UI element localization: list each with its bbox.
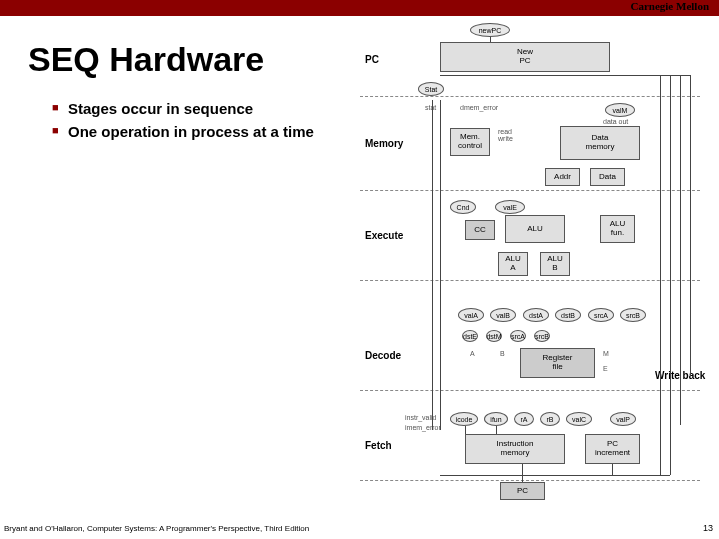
wire xyxy=(490,37,491,42)
stage-label-decode: Decode xyxy=(365,350,401,361)
stage-separator xyxy=(360,96,700,97)
read-write-label: read write xyxy=(498,128,513,142)
wire xyxy=(660,75,661,475)
wire xyxy=(440,475,670,476)
stat-label: stat xyxy=(425,104,436,111)
page-number: 13 xyxy=(703,523,713,533)
dste-small: dstE xyxy=(462,330,478,342)
port-a: A xyxy=(470,350,475,357)
instruction-memory-block: Instruction memory xyxy=(465,434,565,464)
dstb-oval: dstB xyxy=(555,308,581,322)
alu-fun-block: ALU fun. xyxy=(600,215,635,243)
stage-label-pc: PC xyxy=(365,54,379,65)
register-file-block: Register file xyxy=(520,348,595,378)
srca-small: srcA xyxy=(510,330,526,342)
icode-oval: icode xyxy=(450,412,478,426)
cnd-oval: Cnd xyxy=(450,200,476,214)
srca-oval: srcA xyxy=(588,308,614,322)
slide-title: SEQ Hardware xyxy=(28,40,264,79)
alu-a-block: ALU A xyxy=(498,252,528,276)
vale-oval: valE xyxy=(495,200,525,214)
wire xyxy=(432,100,433,430)
bullet-item: One operation in process at a time xyxy=(52,123,332,140)
stage-separator xyxy=(360,480,700,481)
port-m: M xyxy=(603,350,609,357)
dsta-oval: dstA xyxy=(523,308,549,322)
srcb-oval: srcB xyxy=(620,308,646,322)
brand-label: Carnegie Mellon xyxy=(630,0,709,12)
newpc-oval: newPC xyxy=(470,23,510,37)
stage-separator xyxy=(360,280,700,281)
imem-error-label: imem_error xyxy=(405,424,441,431)
wire xyxy=(440,100,441,430)
mem-control-block: Mem. control xyxy=(450,128,490,156)
seq-hardware-diagram: PC Memory Execute Decode Write back Fetc… xyxy=(350,20,710,510)
wire xyxy=(496,426,497,434)
stage-separator xyxy=(360,390,700,391)
pc-register-block: PC xyxy=(500,482,545,500)
stage-label-execute: Execute xyxy=(365,230,403,241)
data-out-label: data out xyxy=(603,118,628,125)
wire xyxy=(465,426,466,434)
port-e: E xyxy=(603,365,608,372)
ifun-oval: ifun xyxy=(484,412,508,426)
dmem-error-label: dmem_error xyxy=(460,104,498,111)
wire xyxy=(670,75,671,475)
top-bar xyxy=(0,0,719,16)
data-block: Data xyxy=(590,168,625,186)
valp-oval: valP xyxy=(610,412,636,426)
stat-oval: Stat xyxy=(418,82,444,96)
new-pc-block: New PC xyxy=(440,42,610,72)
vala-oval: valA xyxy=(458,308,484,322)
valc-oval: valC xyxy=(566,412,592,426)
wire xyxy=(522,464,523,482)
cc-block: CC xyxy=(465,220,495,240)
port-b: B xyxy=(500,350,505,357)
stage-label-memory: Memory xyxy=(365,138,403,149)
wire xyxy=(680,75,681,425)
rb-oval: rB xyxy=(540,412,560,426)
srcb-small: srcB xyxy=(534,330,550,342)
addr-block: Addr xyxy=(545,168,580,186)
footer-citation: Bryant and O'Hallaron, Computer Systems:… xyxy=(4,524,309,533)
ra-oval: rA xyxy=(514,412,534,426)
valb-oval: valB xyxy=(490,308,516,322)
wire xyxy=(440,75,690,76)
stage-separator xyxy=(360,190,700,191)
bullet-item: Stages occur in sequence xyxy=(52,100,332,117)
pc-increment-block: PC increment xyxy=(585,434,640,464)
bullet-list: Stages occur in sequence One operation i… xyxy=(52,100,332,146)
dstm-small: dstM xyxy=(486,330,502,342)
data-memory-block: Data memory xyxy=(560,126,640,160)
valm-oval: valM xyxy=(605,103,635,117)
wire xyxy=(612,464,613,475)
alu-b-block: ALU B xyxy=(540,252,570,276)
stage-label-fetch: Fetch xyxy=(365,440,392,451)
alu-block: ALU xyxy=(505,215,565,243)
wire xyxy=(690,75,691,375)
